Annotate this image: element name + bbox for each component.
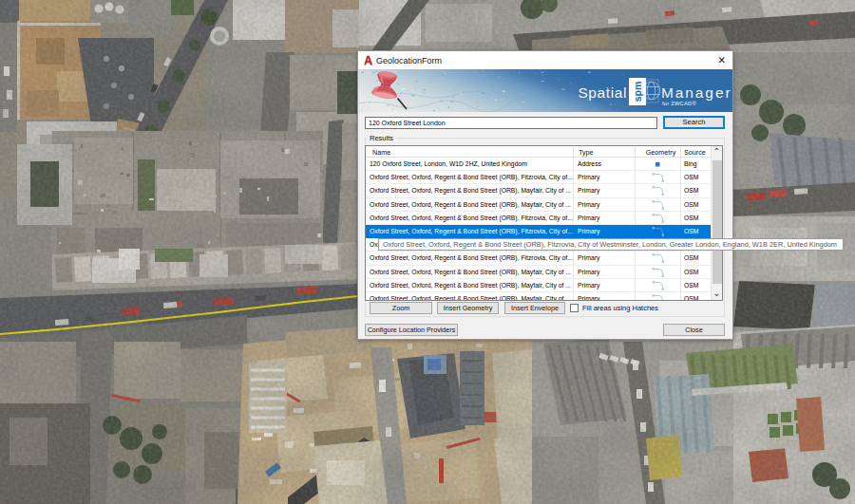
svg-text:Spatial: Spatial <box>578 84 627 101</box>
svg-text:spm: spm <box>632 82 643 103</box>
svg-text:for ZWCAD®: for ZWCAD® <box>662 101 696 106</box>
svg-text:Manager: Manager <box>661 84 732 101</box>
